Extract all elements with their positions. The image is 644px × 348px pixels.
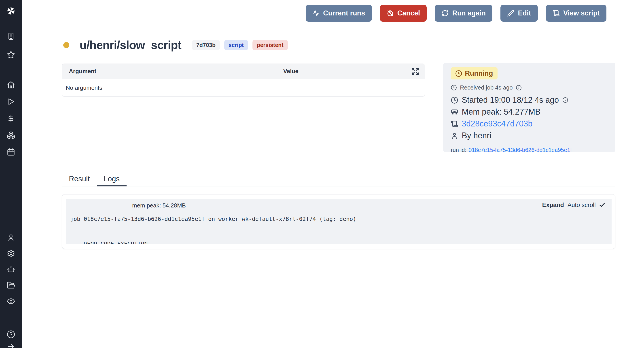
timer-off-icon: [386, 10, 394, 17]
result-logs-tabs: Result Logs: [62, 172, 616, 186]
sidebar-item-home[interactable]: [7, 81, 15, 89]
sidebar-divider: [0, 69, 22, 69]
activity-icon: [312, 10, 320, 17]
run-again-button[interactable]: Run again: [435, 5, 492, 22]
view-script-label: View script: [563, 9, 600, 17]
value-column-header: Value: [283, 68, 425, 75]
arguments-table: Argument Value No arguments: [62, 64, 425, 97]
current-runs-label: Current runs: [323, 9, 365, 17]
dollar-sign-icon: [7, 114, 15, 123]
run-id-label: run id:: [451, 147, 466, 153]
sidebar-item-variables[interactable]: [7, 114, 15, 123]
autoscroll-toggle[interactable]: Auto scroll: [568, 202, 605, 209]
check-icon: [599, 202, 605, 208]
home-icon: [7, 81, 15, 89]
expand-icon: [411, 67, 419, 75]
run-id-link[interactable]: 018c7e15-fa75-13d6-b626-dd1c1ea95e1f: [468, 147, 572, 153]
no-arguments-row: No arguments: [62, 79, 425, 97]
building-icon: [7, 32, 15, 41]
scroll-icon: [552, 10, 560, 17]
hash-badge: 7d703b: [192, 40, 220, 50]
run-again-label: Run again: [452, 9, 486, 17]
received-job-row: Received job 4s ago: [451, 84, 608, 91]
info-icon[interactable]: [516, 85, 522, 91]
view-script-button[interactable]: View script: [546, 5, 606, 22]
sidebar-item-favorites[interactable]: [7, 50, 15, 59]
sidebar-item-user[interactable]: [7, 233, 15, 242]
clock-icon: [451, 85, 457, 91]
windmill-logo-icon: [6, 6, 16, 16]
running-status-label: Running: [465, 69, 493, 78]
script-hash-link[interactable]: 3d28ce93c47d703b: [462, 119, 532, 128]
sidebar-item-audit-logs[interactable]: [7, 297, 15, 305]
pencil-icon: [507, 10, 514, 17]
page-title: u/henri/slow_script: [80, 38, 181, 52]
autoscroll-label: Auto scroll: [568, 202, 596, 209]
folder-open-icon: [7, 281, 15, 290]
page-header: u/henri/slow_script 7d703b script persis…: [63, 36, 288, 54]
script-hash-row: 3d28ce93c47d703b: [451, 119, 608, 128]
info-icon[interactable]: [562, 97, 568, 103]
eye-icon: [7, 297, 15, 305]
mem-peak-text: Mem peak: 54.277MB: [462, 107, 540, 117]
refresh-cw-icon: [442, 10, 448, 17]
user-icon: [451, 132, 458, 139]
calendar-icon: [7, 148, 15, 156]
started-row: Started 19:00 18/12 4s ago: [451, 95, 608, 105]
bot-icon: [7, 265, 15, 274]
log-expand-button[interactable]: Expand: [542, 202, 564, 209]
sidebar-item-runs[interactable]: [7, 97, 15, 106]
expand-table-button[interactable]: [411, 67, 419, 75]
sidebar-item-workspace[interactable]: [7, 32, 15, 41]
clock-icon: [451, 97, 458, 104]
sidebar-item-schedules[interactable]: [7, 148, 15, 156]
logs-card: mem peak: 54.28MB Expand Auto scroll job…: [62, 194, 616, 249]
log-output: job 018c7e15-fa75-13d6-b626-dd1c1ea95e1f…: [70, 215, 356, 244]
sidebar-item-resources[interactable]: [7, 131, 15, 139]
argument-column-header: Argument: [62, 68, 283, 75]
sidebar-item-workers[interactable]: [7, 265, 15, 274]
edit-button[interactable]: Edit: [500, 5, 538, 22]
received-job-text: Received job 4s ago: [460, 84, 513, 91]
run-id-row: run id: 018c7e15-fa75-13d6-b626-dd1c1ea9…: [451, 147, 608, 153]
sidebar-item-settings[interactable]: [7, 249, 15, 258]
cancel-button[interactable]: Cancel: [380, 5, 427, 22]
sidebar: [0, 0, 22, 348]
boxes-icon: [7, 131, 15, 139]
arguments-table-header: Argument Value: [62, 64, 425, 79]
memory-stick-icon: [451, 108, 458, 116]
scroll-icon: [451, 120, 458, 128]
started-text: Started 19:00 18/12 4s ago: [462, 95, 559, 105]
status-dot: [63, 42, 69, 48]
triggered-by-text: By henri: [462, 131, 491, 140]
current-runs-button[interactable]: Current runs: [306, 5, 372, 22]
help-circle-icon: [7, 330, 15, 338]
sidebar-divider: [0, 22, 22, 22]
log-mem-peak: mem peak: 54.28MB: [132, 202, 186, 209]
tab-result[interactable]: Result: [62, 172, 97, 186]
job-status-panel: Running Received job 4s ago Started 19:0…: [443, 63, 616, 152]
logs-viewer: mem peak: 54.28MB Expand Auto scroll job…: [66, 199, 612, 244]
gear-icon: [7, 249, 15, 258]
windmill-logo-button[interactable]: [6, 6, 16, 16]
arrow-right-icon: [7, 342, 15, 348]
mem-peak-row: Mem peak: 54.277MB: [451, 107, 608, 117]
star-icon: [7, 50, 15, 59]
badges: 7d703b script persistent: [192, 40, 288, 50]
user-icon: [7, 233, 15, 242]
sidebar-item-folders[interactable]: [7, 281, 15, 290]
sidebar-expand-button[interactable]: [7, 342, 15, 348]
cancel-label: Cancel: [397, 9, 420, 17]
triggered-by-row: By henri: [451, 131, 608, 140]
sidebar-item-help[interactable]: [7, 330, 15, 338]
clock-icon: [455, 70, 462, 77]
running-status-badge: Running: [451, 67, 498, 80]
play-icon: [7, 97, 15, 106]
edit-label: Edit: [518, 9, 531, 17]
log-controls: Expand Auto scroll: [542, 202, 605, 209]
persistent-badge: persistent: [252, 40, 288, 50]
script-badge: script: [224, 40, 248, 50]
toolbar: Current runs Cancel Run again Edit View …: [306, 5, 606, 22]
tab-logs[interactable]: Logs: [97, 172, 127, 186]
